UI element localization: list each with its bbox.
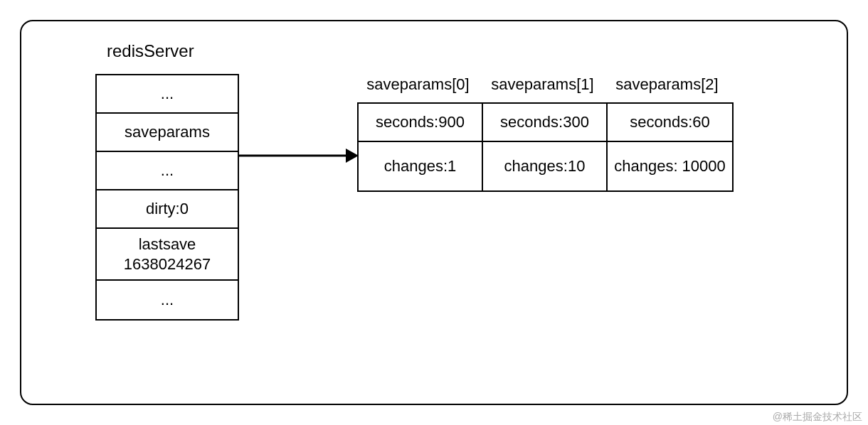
struct-row-saveparams: saveparams (97, 114, 238, 152)
redis-server-struct: ... saveparams ... dirty:0 lastsave 1638… (95, 74, 239, 321)
array-label-1: saveparams[1] (480, 75, 605, 94)
struct-row-ellipsis: ... (97, 75, 238, 114)
array-label-2: saveparams[2] (605, 75, 729, 94)
cell-changes-1: changes:10 (483, 142, 608, 190)
array-label-0: saveparams[0] (356, 75, 480, 94)
struct-row-lastsave: lastsave 1638024267 (97, 229, 238, 281)
lastsave-label: lastsave (139, 235, 196, 254)
arrow-icon (239, 145, 359, 166)
saveparams-array-table: seconds:900 seconds:300 seconds:60 chang… (357, 102, 734, 192)
cell-changes-0: changes:1 (359, 142, 483, 190)
saveparams-array-labels: saveparams[0] saveparams[1] saveparams[2… (356, 75, 729, 94)
struct-row-ellipsis: ... (97, 281, 238, 319)
struct-row-dirty: dirty:0 (97, 190, 238, 229)
cell-seconds-1: seconds:300 (483, 104, 608, 142)
cell-changes-2: changes: 10000 (608, 142, 732, 190)
lastsave-value: 1638024267 (124, 254, 211, 274)
watermark-text: @稀土掘金技术社区 (773, 411, 862, 424)
struct-title: redisServer (107, 41, 194, 61)
cell-seconds-2: seconds:60 (608, 104, 732, 142)
cell-seconds-0: seconds:900 (359, 104, 483, 142)
struct-row-ellipsis: ... (97, 152, 238, 190)
